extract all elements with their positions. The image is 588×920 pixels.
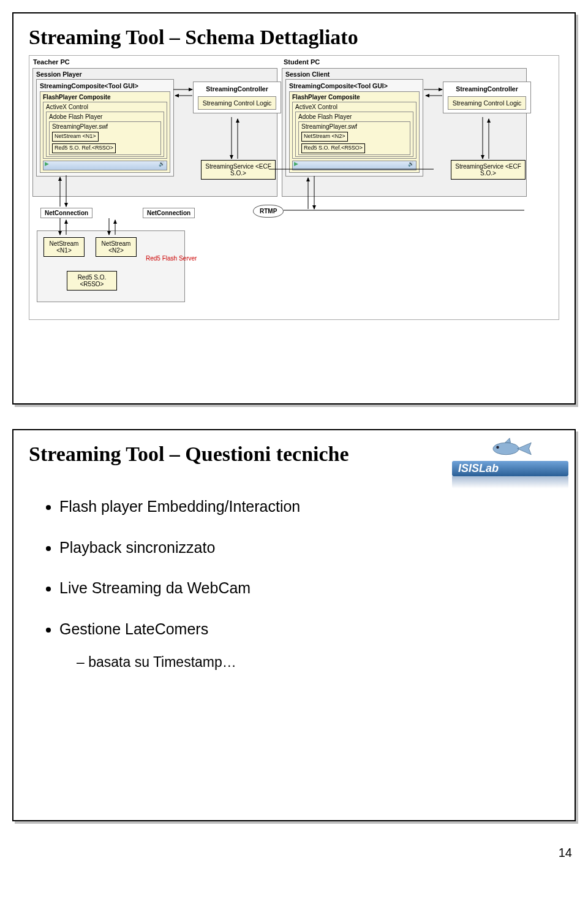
brand-shadow xyxy=(452,476,568,489)
slide-2: Streaming Tool – Questioni tecniche ISIS… xyxy=(12,429,576,821)
label-teacher-pc: Teacher PC xyxy=(33,58,70,66)
teacher-flash-composite: FlashPlayer Composite ActiveX Control Ad… xyxy=(40,91,170,173)
brand-badge: ISISLab xyxy=(452,436,568,489)
teacher-activex: ActiveX Control Adobe Flash Player Strea… xyxy=(43,102,167,159)
session-client-label: Session Client xyxy=(285,70,523,78)
server-red5-so: Red5 S.O. <R5SO> xyxy=(67,271,117,291)
student-red5-ref: Red5 S.O. Ref.<R5SO> xyxy=(301,143,365,153)
fish-icon xyxy=(488,436,533,461)
slide-1: Streaming Tool – Schema Dettagliato Teac… xyxy=(12,12,576,405)
server-netstream-n1: NetStream <N1> xyxy=(43,237,85,257)
teacher-red5-ref: Red5 S.O. Ref.<R5SO> xyxy=(52,143,116,153)
bullet-2: Playback sincronizzato xyxy=(59,531,559,564)
netconnection-1: NetConnection xyxy=(40,208,92,218)
brand-label: ISISLab xyxy=(452,461,568,476)
teacher-netstream-n1: NetStream <N1> xyxy=(52,132,99,142)
teacher-service: StreamingService <ECF S.O.> xyxy=(201,160,276,180)
sub-list: basata su Timestamp… xyxy=(59,647,559,677)
student-composite-pane: StreamingComposite<Tool GUI> FlashPlayer… xyxy=(285,79,423,177)
teacher-flash-player: Adobe Flash Player StreamingPlayer.swf N… xyxy=(46,112,164,157)
teacher-controller: StreamingController Streaming Control Lo… xyxy=(193,82,281,113)
bullet-4: Gestione LateComers basata su Timestamp… xyxy=(59,613,559,677)
session-player-label: Session Player xyxy=(36,70,274,78)
player-controls-bar[interactable] xyxy=(43,161,167,170)
student-service: StreamingService <ECF S.O.> xyxy=(451,160,526,180)
teacher-composite-pane: StreamingComposite<Tool GUI> FlashPlayer… xyxy=(36,79,174,177)
slide1-title: Streaming Tool – Schema Dettagliato xyxy=(29,26,559,49)
bullet-4-sub: basata su Timestamp… xyxy=(77,647,559,677)
teacher-composite-title: StreamingComposite<Tool GUI> xyxy=(40,82,170,89)
netconnection-2: NetConnection xyxy=(143,208,195,218)
student-controller: StreamingController Streaming Control Lo… xyxy=(443,82,531,113)
diagram-area: Teacher PC Student PC Session Player Str… xyxy=(29,55,559,320)
svg-point-18 xyxy=(496,446,499,449)
teacher-swf: StreamingPlayer.swf NetStream <N1> Red5 … xyxy=(49,121,161,155)
red5-server-label: Red5 Flash Server xyxy=(146,255,197,262)
rtmp-cloud: RTMP xyxy=(253,205,284,218)
student-player-bar[interactable] xyxy=(292,161,417,170)
svg-point-17 xyxy=(493,443,519,455)
label-student-pc: Student PC xyxy=(284,58,320,66)
bullet-list: Flash player Embedding/Interaction Playb… xyxy=(35,490,559,677)
student-flash-composite: FlashPlayer Composite ActiveX Control Ad… xyxy=(289,91,420,173)
server-netstream-n2: NetStream <N2> xyxy=(96,237,137,257)
bullet-1: Flash player Embedding/Interaction xyxy=(59,490,559,523)
page-number: 14 xyxy=(12,846,572,860)
server-box: NetStream <N1> NetStream <N2> Red5 S.O. … xyxy=(37,230,185,302)
student-netstream-n2: NetStream <N2> xyxy=(301,132,348,142)
bullet-3: Live Streaming da WebCam xyxy=(59,572,559,604)
